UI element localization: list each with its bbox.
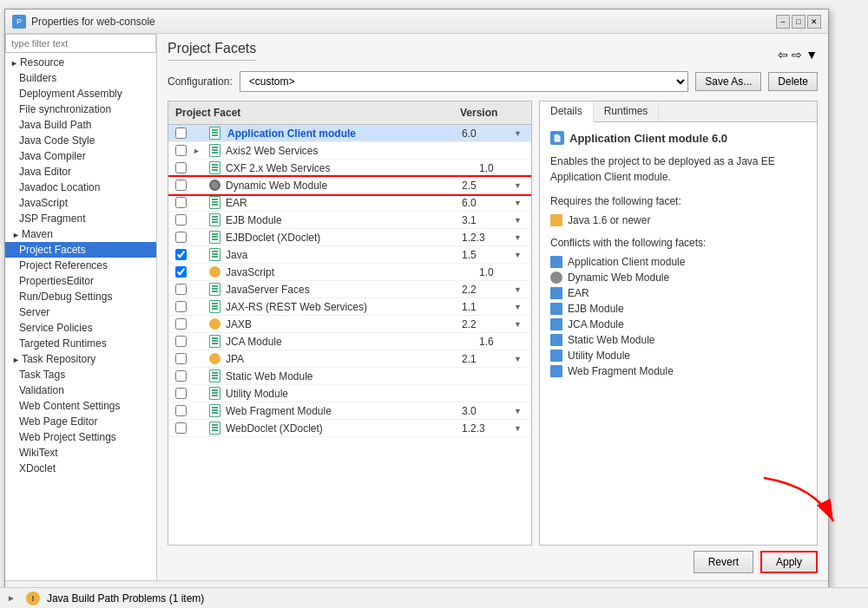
back-icon[interactable]: ⇦: [778, 48, 788, 62]
sidebar-item-validation[interactable]: Validation: [5, 382, 156, 398]
sidebar-item-java-code-style[interactable]: Java Code Style: [5, 133, 156, 148]
facet-row-jpa[interactable]: JPA 2.1 ▼: [168, 350, 531, 368]
facet-expand-axis2[interactable]: ►: [193, 147, 207, 155]
facet-row-static-web[interactable]: Static Web Module: [168, 368, 531, 385]
facet-icon-jpa: [207, 352, 222, 366]
sidebar-item-resource[interactable]: ►Resource: [5, 55, 156, 70]
facet-row-ear[interactable]: EAR 6.0 ▼: [168, 194, 531, 212]
delete-button[interactable]: Delete: [768, 72, 818, 91]
tab-runtimes[interactable]: Runtimes: [594, 101, 660, 121]
facet-checkbox-web-fragment[interactable]: [168, 405, 193, 416]
maximize-button[interactable]: □: [792, 15, 806, 29]
facet-checkbox-jca[interactable]: [168, 336, 193, 347]
facet-dropdown-ejbdoclet[interactable]: ▼: [514, 233, 531, 242]
facet-row-webdoclet[interactable]: WebDoclet (XDoclet) 1.2.3 ▼: [168, 420, 531, 437]
facet-checkbox-jaxrs[interactable]: [168, 301, 193, 312]
sidebar-item-java-build-path[interactable]: Java Build Path: [5, 117, 156, 133]
facet-dropdown-webdoclet[interactable]: ▼: [514, 424, 531, 433]
facet-row-dynamic-web[interactable]: Dynamic Web Module 2.5 ▼: [168, 177, 531, 194]
facet-row-utility[interactable]: Utility Module: [168, 385, 531, 402]
facet-row-jaxrs[interactable]: JAX-RS (REST Web Services) 1.1 ▼: [168, 298, 531, 316]
sidebar-item-builders[interactable]: Builders: [5, 70, 156, 86]
facet-checkbox-webdoclet[interactable]: [168, 422, 193, 434]
facet-checkbox-app-client[interactable]: [168, 127, 193, 139]
config-select[interactable]: <custom>: [240, 71, 689, 92]
sidebar-item-java-compiler[interactable]: Java Compiler: [5, 148, 156, 164]
facet-row-cxf[interactable]: CXF 2.x Web Services 1.0: [168, 160, 531, 177]
facet-dropdown-jsf[interactable]: ▼: [514, 285, 531, 294]
facet-row-jca[interactable]: JCA Module 1.6: [168, 333, 531, 350]
facet-checkbox-java[interactable]: [168, 249, 193, 260]
facet-row-ejb[interactable]: EJB Module 3.1 ▼: [168, 212, 531, 229]
tab-details[interactable]: Details: [540, 101, 594, 122]
sidebar-item-deployment-assembly[interactable]: Deployment Assembly: [5, 86, 156, 101]
sidebar-item-task-repository[interactable]: ►Task Repository: [5, 351, 156, 367]
sidebar-item-xdoclet[interactable]: XDoclet: [5, 461, 156, 476]
conflicts-label-3: EAR: [568, 287, 589, 299]
facet-row-app-client[interactable]: Application Client module 6.0 ▼: [168, 125, 531, 142]
facet-dropdown-ear[interactable]: ▼: [514, 199, 531, 207]
facet-row-web-fragment[interactable]: Web Fragment Module 3.0 ▼: [168, 402, 531, 420]
sidebar-item-web-project[interactable]: Web Project Settings: [5, 429, 156, 445]
facet-row-ejbdoclet[interactable]: EJBDoclet (XDoclet) 1.2.3 ▼: [168, 229, 531, 246]
save-as-button[interactable]: Save As...: [695, 72, 761, 91]
sidebar-item-targeted-runtimes[interactable]: Targeted Runtimes: [5, 336, 156, 351]
facet-dropdown-jaxrs[interactable]: ▼: [514, 303, 531, 311]
sidebar-item-project-facets[interactable]: Project Facets: [5, 242, 156, 258]
facet-row-jaxb[interactable]: JAXB 2.2 ▼: [168, 316, 531, 333]
sidebar-item-java-editor[interactable]: Java Editor: [5, 164, 156, 180]
facet-name-web-fragment: Web Fragment Module: [226, 405, 462, 417]
facet-checkbox-dynamic-web[interactable]: [168, 180, 193, 191]
sidebar-item-run-debug[interactable]: Run/Debug Settings: [5, 289, 156, 304]
apply-button[interactable]: Apply: [760, 551, 818, 573]
facet-checkbox-axis2[interactable]: [168, 145, 193, 156]
minimize-button[interactable]: –: [776, 15, 790, 29]
facet-version-dynamic-web: 2.5: [462, 180, 514, 192]
facet-checkbox-cxf[interactable]: [168, 162, 193, 173]
forward-icon[interactable]: ⇨: [792, 48, 802, 62]
facet-row-axis2[interactable]: ► Axis2 Web Services: [168, 142, 531, 160]
sidebar-item-maven[interactable]: ►Maven: [5, 226, 156, 242]
expand-arrow-icon: ►: [10, 59, 18, 68]
conflicts-icon-2: [550, 271, 562, 284]
facet-checkbox-jaxb[interactable]: [168, 318, 193, 330]
sidebar-item-properties-editor[interactable]: PropertiesEditor: [5, 273, 156, 289]
facet-checkbox-ear[interactable]: [168, 197, 193, 208]
filter-input[interactable]: [5, 34, 156, 53]
facet-checkbox-ejb[interactable]: [168, 214, 193, 226]
facet-dropdown-java[interactable]: ▼: [514, 251, 531, 259]
facet-dropdown-dynamic-web[interactable]: ▼: [514, 181, 531, 190]
config-label: Configuration:: [168, 75, 233, 88]
facet-checkbox-utility[interactable]: [168, 388, 193, 399]
facet-dropdown-app-client[interactable]: ▼: [514, 129, 531, 138]
sidebar-item-server[interactable]: Server: [5, 304, 156, 320]
facet-dropdown-jaxb[interactable]: ▼: [514, 320, 531, 329]
sidebar-item-javascript[interactable]: JavaScript: [5, 195, 156, 211]
sidebar-item-task-tags[interactable]: Task Tags: [5, 367, 156, 382]
status-expand-icon[interactable]: ►: [7, 593, 16, 603]
facet-row-javascript[interactable]: JavaScript 1.0: [168, 264, 531, 281]
sidebar-item-web-content[interactable]: Web Content Settings: [5, 398, 156, 414]
sidebar-item-javadoc[interactable]: Javadoc Location: [5, 180, 156, 195]
revert-button[interactable]: Revert: [694, 551, 753, 573]
facets-header: Project Facet Version: [168, 101, 531, 125]
sidebar-item-file-sync[interactable]: File synchronization: [5, 101, 156, 117]
dropdown-icon[interactable]: ▼: [806, 48, 818, 62]
facet-checkbox-jpa[interactable]: [168, 353, 193, 364]
sidebar-item-wikitext[interactable]: WikiText: [5, 445, 156, 461]
close-button[interactable]: ✕: [807, 15, 821, 29]
sidebar-item-jsp[interactable]: JSP Fragment: [5, 211, 156, 226]
facet-row-java[interactable]: Java 1.5 ▼: [168, 246, 531, 264]
sidebar-item-web-page-editor[interactable]: Web Page Editor: [5, 414, 156, 429]
facet-dropdown-jpa[interactable]: ▼: [514, 355, 531, 363]
facet-row-jsf[interactable]: JavaServer Faces 2.2 ▼: [168, 281, 531, 298]
facet-checkbox-javascript[interactable]: [168, 266, 193, 278]
facet-checkbox-static-web[interactable]: [168, 370, 193, 382]
sidebar-item-service-policies[interactable]: Service Policies: [5, 320, 156, 336]
facet-checkbox-jsf[interactable]: [168, 284, 193, 295]
facet-dropdown-ejb[interactable]: ▼: [514, 216, 531, 225]
facet-checkbox-ejbdoclet[interactable]: [168, 232, 193, 243]
sidebar-item-project-references[interactable]: Project References: [5, 258, 156, 273]
conflicts-item-1: Application Client module: [550, 254, 806, 270]
facet-dropdown-web-fragment[interactable]: ▼: [514, 407, 531, 415]
